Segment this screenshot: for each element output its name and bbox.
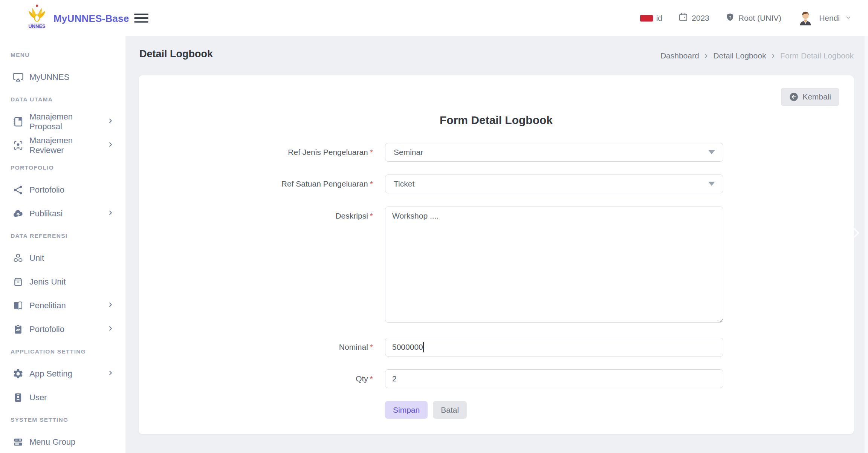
panel-toggle-chevron-icon[interactable] [850,225,863,243]
open-book-icon [12,300,24,311]
indonesia-flag-icon [640,15,653,21]
sidebar-item-label: App Setting [29,369,101,379]
field-control: Seminar [385,143,723,162]
sidebar-item-manajemen-proposal[interactable]: Manajemen Proposal [0,110,125,133]
sidebar-item-portofolio[interactable]: Portofolio [0,178,125,202]
shield-icon [725,12,735,24]
field-label-qty: Qty* [139,374,385,383]
user-frame-icon [12,140,24,151]
sidebar-item-publikasi[interactable]: Publikasi [0,202,125,225]
sidebar-item-user[interactable]: User [0,386,125,409]
sidebar-item-label: Portofolio [29,185,114,195]
label-text: Ref Satuan Pengeluaran [281,179,368,188]
top-navbar: UNNES MyUNNES-Base id 20 [0,0,868,36]
calendar-icon [678,12,688,24]
back-button[interactable]: Kembali [781,88,839,106]
user-menu[interactable]: Hendi [797,10,851,26]
form-title: Form Detail Logbook [139,114,854,127]
chevron-right-icon [107,141,114,150]
label-text: Ref Jenis Pengeluaran [288,148,368,156]
form-row-deskripsi: Deskripsi* Workshop .... [139,207,854,323]
select-caret-icon [708,182,715,186]
form-row-ref-jenis: Ref Jenis Pengeluaran* Seminar [139,143,854,161]
gear-icon [12,368,24,380]
notebook-icon [12,116,24,127]
sidebar-item-jenis-unit[interactable]: Jenis Unit [0,270,125,294]
required-marker: * [370,343,373,351]
cancel-button[interactable]: Batal [433,401,467,419]
label-text: Nominal [339,343,368,351]
field-label-ref-satuan: Ref Satuan Pengeluaran* [139,179,385,188]
field-control: Workshop .... [385,207,723,324]
select-value: Seminar [394,148,423,157]
sidebar-toggle-button[interactable] [134,12,148,24]
brand-link[interactable]: UNNES MyUNNES-Base [26,3,129,34]
field-label-nominal: Nominal* [139,343,385,352]
field-label-deskripsi: Deskripsi* [139,207,385,220]
sidebar-item-label: Manajemen Reviewer [29,136,101,155]
field-control [385,369,723,388]
sidebar-item-label: Manajemen Proposal [29,112,101,132]
chevron-right-icon [107,369,114,378]
unnes-logo-text: UNNES [28,23,46,29]
sidebar-item-portofolio-2[interactable]: Portofolio [0,317,125,341]
brand-name: MyUNNES-Base [53,13,129,24]
sidebar-section-data-referensi: DATA REFERENSI [0,225,125,246]
breadcrumb: Dashboard › Detail Logbook › Form Detail… [660,51,854,61]
chevron-right-icon [107,117,114,126]
sidebar-section-application-setting: APPLICATION SETTING [0,341,125,362]
sidebar-item-unit[interactable]: Unit [0,246,125,270]
cubes-icon [12,253,24,264]
chevron-right-icon [107,209,114,218]
server-icon [12,436,24,448]
field-control: Ticket [385,174,723,193]
page-title: Detail Logbook [139,48,213,60]
form-row-ref-satuan: Ref Satuan Pengeluaran* Ticket [139,175,854,193]
breadcrumb-dashboard[interactable]: Dashboard [660,51,699,60]
sidebar-item-label: Portofolio [29,324,101,334]
save-button[interactable]: Simpan [385,401,428,419]
field-label-ref-jenis: Ref Jenis Pengeluaran* [139,148,385,157]
year-selector[interactable]: 2023 [678,12,709,24]
sidebar-item-label: Unit [29,253,114,263]
cloud-upload-icon [12,208,24,219]
sidebar-item-manajemen-reviewer[interactable]: Manajemen Reviewer [0,133,125,157]
arrow-left-circle-icon [789,92,799,102]
breadcrumb-current: Form Detail Logbook [780,51,854,60]
nominal-input[interactable] [385,338,723,357]
scrollbar-track[interactable] [865,36,868,453]
sidebar-item-penelitian[interactable]: Penelitian [0,294,125,317]
chevron-right-icon [107,325,114,334]
language-switcher[interactable]: id [640,14,662,23]
airplay-icon [12,72,24,83]
qty-input[interactable] [385,369,723,388]
archive-box-icon [12,276,24,288]
deskripsi-textarea[interactable]: Workshop .... [385,207,723,323]
share-icon [12,184,24,196]
sidebar-item-menu-group[interactable]: Menu Group [0,430,125,453]
form-actions: Simpan Batal [385,401,467,419]
chevron-down-icon [845,14,851,23]
required-marker: * [370,179,373,188]
topbar-right-cluster: id 2023 [640,0,851,36]
form-row-qty: Qty* [139,369,854,388]
clipboard-chart-icon [12,324,24,335]
sidebar-section-system-setting: SYSTEM SETTING [0,409,125,430]
role-selector[interactable]: Root (UNIV) [725,12,781,24]
sidebar-item-myunnes[interactable]: MyUNNES [0,65,125,89]
sidebar-item-label: Menu Group [29,437,114,447]
breadcrumb-separator: › [705,51,708,61]
sidebar-item-app-setting[interactable]: App Setting [0,362,125,386]
sidebar-nav: MENU MyUNNES DATA UTAMA Manajemen Propos… [0,36,125,453]
form-card: Kembali Form Detail Logbook Ref Jenis Pe… [139,75,854,434]
select-value: Ticket [394,179,414,188]
ref-jenis-pengeluaran-select[interactable]: Seminar [385,143,723,162]
sidebar-section-menu: MENU [0,44,125,65]
sidebar-item-label: Jenis Unit [29,277,114,287]
sidebar-item-label: Publikasi [29,209,101,219]
ref-satuan-pengeluaran-select[interactable]: Ticket [385,174,723,193]
breadcrumb-detail-logbook[interactable]: Detail Logbook [713,51,766,60]
select-caret-icon [708,150,715,154]
breadcrumb-separator: › [772,51,775,61]
sidebar-item-label: MyUNNES [29,72,114,82]
